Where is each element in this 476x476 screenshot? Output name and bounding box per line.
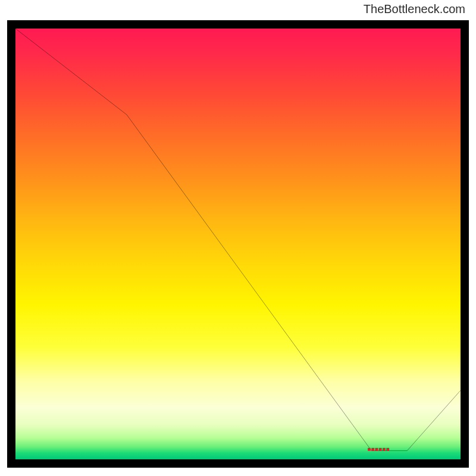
plot-frame: ■■■■■■ xyxy=(7,20,469,468)
attribution-text: TheBottleneck.com xyxy=(364,2,465,16)
data-line-layer xyxy=(15,29,461,459)
optimum-annotation: ■■■■■■ xyxy=(367,446,389,452)
line-svg xyxy=(15,29,461,459)
data-line-path xyxy=(15,29,461,451)
chart-container: TheBottleneck.com ■■■■■■ xyxy=(0,0,476,476)
